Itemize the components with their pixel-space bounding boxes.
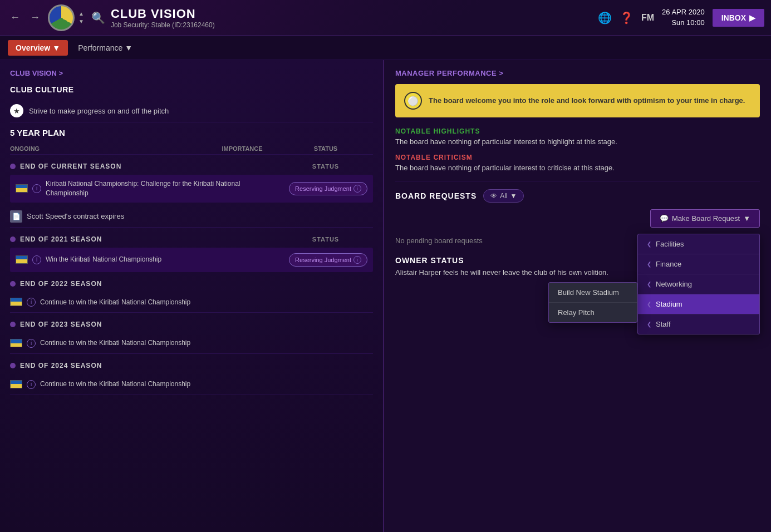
- info-icon-2[interactable]: i: [27, 298, 36, 307]
- season-divider-0: END OF CURRENT SEASON STATUS: [10, 162, 373, 170]
- col-ongoing: ONGOING: [10, 145, 206, 152]
- five-year-title: 5 YEAR PLAN: [10, 128, 373, 137]
- eye-icon: 👁: [490, 192, 497, 200]
- back-button[interactable]: ←: [7, 9, 23, 26]
- season-label-3: END OF 2023 SEASON: [20, 321, 373, 328]
- status-badge-0: Reserving Judgment i: [289, 182, 367, 195]
- club-logo: [48, 4, 75, 31]
- col-importance: IMPORTANCE: [206, 145, 278, 152]
- right-panel: MANAGER PERFORMANCE > ⚪ The board welcom…: [384, 60, 771, 532]
- club-vision-link[interactable]: CLUB VISION >: [10, 69, 373, 77]
- plan-item-4-0: i Continue to win the Kiribati National …: [10, 374, 373, 395]
- dropdown-item-facilities[interactable]: ❮ Facilities: [638, 234, 759, 254]
- kiribati-flag-0: [16, 184, 28, 193]
- kiribati-flag-4: [10, 380, 22, 388]
- inbox-label: INBOX: [721, 13, 746, 22]
- performance-chevron-icon: ▼: [125, 43, 132, 52]
- forward-button[interactable]: →: [27, 9, 43, 26]
- status-badge-info-icon-1[interactable]: i: [353, 256, 361, 264]
- status-badge-1: Reserving Judgment i: [289, 253, 367, 267]
- culture-text: Strive to make progress on and off the p…: [29, 107, 169, 115]
- date-block: 26 APR 2020 Sun 10:00: [662, 7, 705, 27]
- season-divider-3: END OF 2023 SEASON: [10, 321, 373, 328]
- sub-dropdown-item-relay-pitch[interactable]: Relay Pitch: [549, 303, 637, 322]
- search-button[interactable]: 🔍: [91, 11, 105, 24]
- topbar: ← → ▲ ▼ 🔍 CLUB VISION Job Security: Stab…: [0, 0, 771, 36]
- season-status-label-0: STATUS: [278, 163, 373, 170]
- build-new-stadium-label: Build New Stadium: [558, 288, 619, 297]
- filter-all-button[interactable]: 👁 All ▼: [483, 189, 524, 203]
- dropdown-label-stadium: Stadium: [656, 300, 682, 308]
- info-icon-0[interactable]: i: [32, 184, 41, 193]
- subnav: Overview ▼ Performance ▼: [0, 36, 771, 60]
- board-welcome-banner: ⚪ The board welcome you into the role an…: [395, 84, 760, 117]
- dropdown-label-facilities: Facilities: [656, 240, 684, 248]
- chat-icon: 💬: [660, 214, 669, 223]
- club-vision-link-text: CLUB VISION >: [10, 69, 63, 77]
- star-icon: ★: [10, 104, 23, 117]
- date-line2: Sun 10:00: [662, 18, 705, 28]
- info-icon-3[interactable]: i: [27, 339, 36, 348]
- status-badge-info-icon-0[interactable]: i: [353, 185, 361, 193]
- board-request-dropdown: ❮ Facilities ❮ Finance ❮ Networking ❮ St…: [637, 234, 760, 334]
- criticism-text: The board have nothing of particular int…: [395, 164, 760, 172]
- board-requests-header: BOARD REQUESTS 👁 All ▼: [395, 189, 760, 203]
- sub-dropdown-item-build-new-stadium[interactable]: Build New Stadium: [549, 283, 637, 303]
- performance-tab[interactable]: Performance ▼: [70, 40, 140, 56]
- filter-chevron-icon: ▼: [510, 192, 517, 200]
- manager-perf-title[interactable]: MANAGER PERFORMANCE >: [395, 69, 760, 77]
- chevron-icon-networking: ❮: [647, 281, 651, 287]
- overview-chevron-icon: ▼: [52, 43, 60, 52]
- season-dot-4: [10, 363, 16, 368]
- plan-item-0-0: i Kiribati National Championship: Challe…: [10, 175, 373, 203]
- contract-icon-0: 📄: [10, 210, 22, 223]
- plan-item-text-3-0: Continue to win the Kiribati National Ch…: [40, 338, 373, 348]
- make-request-chevron-icon: ▼: [743, 214, 750, 223]
- logo-down-button[interactable]: ▼: [77, 18, 86, 25]
- plan-item-1-0: i Win the Kiribati National Championship…: [10, 248, 373, 272]
- info-icon-4[interactable]: i: [27, 380, 36, 389]
- plan-item-text-1-0: Win the Kiribati National Championship: [46, 255, 284, 264]
- logo-up-button[interactable]: ▲: [77, 11, 86, 17]
- fm-badge[interactable]: FM: [641, 13, 654, 23]
- season-divider-1: END OF 2021 SEASON STATUS: [10, 235, 373, 243]
- season-status-label-1: STATUS: [278, 236, 373, 243]
- season-label-1: END OF 2021 SEASON: [20, 235, 274, 243]
- performance-label: Performance: [78, 43, 122, 52]
- season-dot-2: [10, 281, 16, 287]
- club-culture-title: CLUB CULTURE: [10, 85, 373, 94]
- table-header: ONGOING IMPORTANCE STATUS: [10, 143, 373, 155]
- main-layout: CLUB VISION > CLUB CULTURE ★ Strive to m…: [0, 60, 771, 532]
- dropdown-item-networking[interactable]: ❮ Networking: [638, 274, 759, 294]
- chevron-icon-facilities: ❮: [647, 241, 651, 247]
- globe-icon-button[interactable]: 🌐: [598, 11, 612, 24]
- make-board-request-button[interactable]: 💬 Make Board Request ▼: [650, 209, 760, 228]
- kiribati-flag-1: [16, 255, 28, 264]
- season-label-0: END OF CURRENT SEASON: [20, 162, 274, 170]
- season-divider-4: END OF 2024 SEASON: [10, 362, 373, 370]
- season-label-4: END OF 2024 SEASON: [20, 362, 373, 370]
- logo-nav-arrows: ▲ ▼: [77, 11, 86, 25]
- club-subtitle: Job Security: Stable (ID:23162460): [111, 21, 598, 29]
- highlights-text: The board have nothing of particular int…: [395, 137, 760, 146]
- col-status: STATUS: [278, 145, 373, 152]
- season-dot-3: [10, 322, 16, 327]
- overview-tab[interactable]: Overview ▼: [8, 40, 68, 56]
- inbox-button[interactable]: INBOX ▶: [713, 9, 764, 27]
- plan-item-text-2-0: Continue to win the Kiribati National Ch…: [40, 298, 373, 307]
- help-icon-button[interactable]: ❓: [620, 11, 634, 24]
- relay-pitch-label: Relay Pitch: [558, 308, 595, 317]
- chevron-icon-staff: ❮: [647, 321, 651, 327]
- contract-text-0: Scott Speed's contract expires: [27, 212, 124, 220]
- info-icon-1[interactable]: i: [32, 255, 41, 264]
- chevron-icon-stadium: ❮: [647, 301, 651, 307]
- dropdown-label-networking: Networking: [656, 280, 692, 288]
- highlights-title: NOTABLE HIGHLIGHTS: [395, 127, 760, 135]
- dropdown-label-finance: Finance: [656, 260, 681, 268]
- dropdown-item-finance[interactable]: ❮ Finance: [638, 254, 759, 274]
- dropdown-label-staff: Staff: [656, 320, 671, 328]
- inbox-arrow-icon: ▶: [749, 13, 755, 22]
- dropdown-item-staff[interactable]: ❮ Staff: [638, 314, 759, 334]
- criticism-title: NOTABLE CRITICISM: [395, 154, 760, 161]
- dropdown-item-stadium[interactable]: ❮ Stadium: [638, 294, 759, 314]
